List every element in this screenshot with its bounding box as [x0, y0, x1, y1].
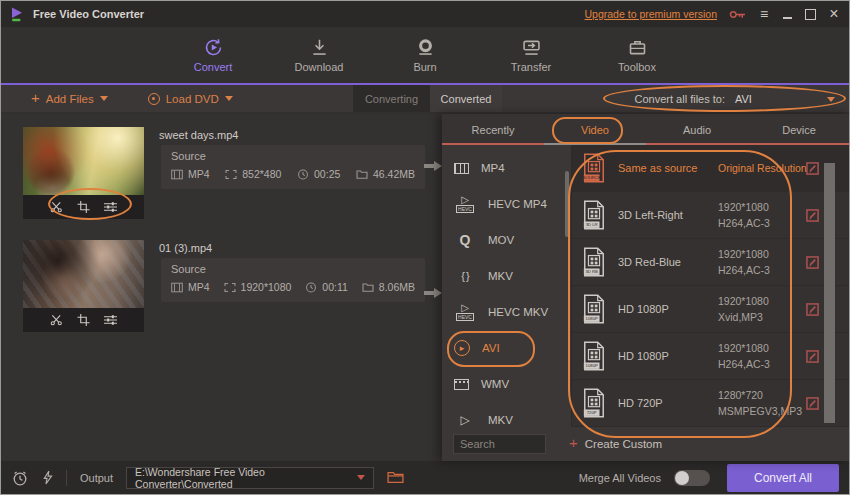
- format-item-hevc-mkv[interactable]: HEVC MKV: [442, 294, 571, 330]
- preset-resolution: 1920*1080: [718, 248, 769, 260]
- crop-icon[interactable]: [77, 314, 90, 326]
- menu-icon[interactable]: [758, 7, 770, 21]
- maximize-button[interactable]: [804, 7, 816, 21]
- preset-row-hd-1080p-h264[interactable]: 1080P HD 1080P 1920*1080H264,AC-3: [572, 333, 850, 380]
- format-label: MKV: [488, 270, 513, 282]
- preset-codec: H264,AC-3: [718, 264, 770, 276]
- tab-convert[interactable]: Convert: [181, 37, 245, 73]
- schedule-alarm-icon[interactable]: [11, 469, 29, 487]
- chevron-down-icon[interactable]: [827, 97, 835, 102]
- tab-converting[interactable]: Converting: [353, 85, 430, 112]
- file-size: 8.06MB: [379, 281, 415, 293]
- crop-icon[interactable]: [77, 201, 90, 213]
- format-label: WMV: [481, 378, 509, 390]
- edit-toolstrip: [23, 195, 144, 219]
- svg-text:1080P: 1080P: [586, 316, 598, 321]
- preset-name: Same as source: [618, 162, 718, 174]
- download-icon: [309, 37, 330, 58]
- panel-bottom-bar: Create Custom: [442, 427, 850, 461]
- panel-tab-audio[interactable]: Audio: [646, 114, 748, 145]
- film-icon: [171, 169, 183, 180]
- edit-preset-icon[interactable]: [806, 303, 819, 316]
- high-speed-bolt-icon[interactable]: [42, 470, 53, 485]
- clock-icon: [305, 282, 317, 293]
- convert-icon: [203, 37, 224, 58]
- tab-download[interactable]: Download: [287, 37, 351, 73]
- trim-scissors-icon[interactable]: [50, 314, 63, 326]
- preset-row-3d-red-blue[interactable]: 3D RB 3D Red-Blue 1920*1080H264,AC-3: [572, 239, 850, 286]
- file-format: MP4: [188, 168, 210, 180]
- search-input[interactable]: [453, 434, 546, 454]
- toolbar: Add Files Load DVD Converting Converted …: [1, 85, 849, 112]
- format-item-mkv[interactable]: MKV: [442, 258, 571, 294]
- toolbox-icon: [627, 37, 648, 58]
- video-thumbnail: [23, 127, 144, 195]
- app-window: Free Video Converter Upgrade to premium …: [0, 0, 850, 495]
- format-label: MKV: [488, 414, 513, 426]
- file-row: 01 (3).mp4 Source MP4 1920*1080 00:11 8.…: [23, 235, 443, 335]
- preset-resolution: 1920*1080: [718, 201, 769, 213]
- convert-all-files-dropdown[interactable]: Convert all files to: AVI: [635, 88, 835, 110]
- film-icon: [171, 282, 183, 293]
- panel-tab-recently[interactable]: Recently: [442, 114, 544, 145]
- app-logo-icon: [10, 7, 26, 22]
- close-button[interactable]: [828, 7, 840, 21]
- preset-list-scrollbar[interactable]: [824, 163, 835, 423]
- edit-preset-icon[interactable]: [806, 162, 819, 175]
- edit-preset-icon[interactable]: [806, 256, 819, 269]
- preset-row-hd-1080p-xvid[interactable]: 1080P HD 1080P 1920*1080Xvid,MP3: [572, 286, 850, 333]
- file-resolution: 1920*1080: [241, 281, 292, 293]
- plus-icon: [31, 93, 40, 105]
- tab-toolbox[interactable]: Toolbox: [605, 37, 669, 73]
- nav-label: Convert: [194, 61, 233, 73]
- create-custom-label: Create Custom: [585, 438, 662, 450]
- format-list-scrollbar[interactable]: [565, 171, 569, 237]
- edit-preset-icon[interactable]: [806, 209, 819, 222]
- preset-name: HD 720P: [618, 397, 718, 409]
- chevron-down-icon[interactable]: [100, 96, 108, 101]
- upgrade-premium-link[interactable]: Upgrade to premium version: [585, 8, 717, 20]
- convert-all-label: Convert all files to:: [635, 93, 725, 105]
- format-item-mp4[interactable]: MP4: [442, 150, 571, 186]
- preset-resolution: Original Resolution: [718, 162, 807, 174]
- avi-play-circle-icon: [454, 340, 470, 356]
- tab-transfer[interactable]: Transfer: [499, 37, 563, 73]
- tab-converted[interactable]: Converted: [430, 85, 502, 112]
- format-item-hevc-mp4[interactable]: HEVC MP4: [442, 186, 571, 222]
- convert-all-button[interactable]: Convert All: [727, 464, 839, 492]
- effects-sliders-icon[interactable]: [104, 201, 117, 213]
- load-dvd-button[interactable]: Load DVD: [148, 93, 233, 105]
- resolution-icon: [225, 169, 237, 180]
- effects-sliders-icon[interactable]: [104, 314, 117, 326]
- panel-tab-device[interactable]: Device: [748, 114, 850, 145]
- preset-row-3d-left-right[interactable]: 3D LR 3D Left-Right 1920*1080H264,AC-3: [572, 192, 850, 239]
- open-folder-icon[interactable]: [387, 471, 404, 484]
- source-label: Source: [171, 150, 415, 162]
- edit-preset-icon[interactable]: [806, 350, 819, 363]
- plus-icon: [569, 438, 578, 450]
- wmv-clapper-icon: [454, 379, 469, 390]
- format-item-mkv-2[interactable]: MKV: [442, 402, 571, 427]
- preset-row-hd-720p[interactable]: 720P HD 720P 1280*720MSMPEGV3,MP3: [572, 380, 850, 427]
- tab-burn[interactable]: Burn: [393, 37, 457, 73]
- register-key-icon[interactable]: [729, 9, 746, 20]
- chevron-down-icon[interactable]: [357, 475, 365, 480]
- source-label: Source: [171, 263, 415, 275]
- preset-file-icon: 1080P: [582, 341, 606, 371]
- create-custom-button[interactable]: Create Custom: [569, 438, 662, 450]
- output-path-dropdown[interactable]: E:\Wondershare Free Video Converter\Conv…: [126, 467, 374, 489]
- format-item-avi[interactable]: AVI: [442, 330, 571, 366]
- minimize-button[interactable]: [782, 7, 792, 21]
- format-item-wmv[interactable]: WMV: [442, 366, 571, 402]
- format-panel: Recently Video Audio Device MP4 HEVC MP4…: [442, 114, 850, 461]
- edit-preset-icon[interactable]: [806, 397, 819, 410]
- format-item-mov[interactable]: MOV: [442, 222, 571, 258]
- add-files-button[interactable]: Add Files: [31, 93, 108, 105]
- divider: [66, 470, 67, 486]
- preset-row-same-as-source[interactable]: SOURCE Same as source Original Resolutio…: [572, 145, 850, 192]
- panel-tab-video[interactable]: Video: [544, 114, 646, 145]
- trim-scissors-icon[interactable]: [50, 201, 63, 213]
- chevron-down-icon[interactable]: [225, 96, 233, 101]
- preset-codec: H264,AC-3: [718, 217, 770, 229]
- merge-toggle[interactable]: [674, 470, 710, 486]
